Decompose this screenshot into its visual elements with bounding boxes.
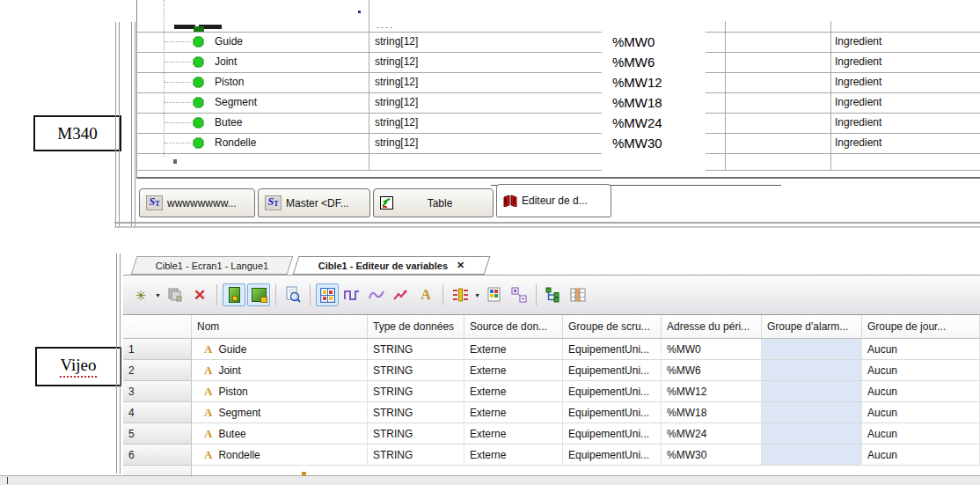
preview-button[interactable] — [282, 283, 304, 306]
property-grid-button[interactable] — [483, 283, 506, 306]
log-group-cell[interactable]: Aucun — [862, 381, 980, 402]
table-row[interactable]: 6 ARondelle STRING Externe EquipementUni… — [123, 445, 980, 466]
type-cell[interactable]: STRING — [368, 339, 464, 360]
table-view-button[interactable] — [567, 283, 589, 306]
sort-button[interactable] — [449, 283, 472, 306]
type-cell[interactable]: STRING — [368, 423, 464, 445]
delete-variable-button[interactable]: ✕ — [188, 283, 211, 306]
variable-name[interactable]: Butee — [215, 113, 242, 133]
filter-integer-button[interactable] — [365, 283, 388, 306]
alarm-group-cell[interactable] — [762, 402, 862, 423]
scan-group-cell[interactable]: EquipementUni... — [563, 445, 662, 466]
row-number-cell[interactable]: 4 — [123, 402, 192, 423]
variable-comment[interactable]: Ingredient — [835, 72, 881, 92]
variable-name[interactable]: Joint — [215, 52, 237, 72]
variable-name[interactable]: Guide — [215, 32, 243, 52]
variable-type[interactable]: string[12] — [375, 92, 418, 113]
tree-view-button[interactable] — [542, 283, 565, 306]
new-variable-dropdown[interactable]: ▾ — [153, 291, 163, 299]
header-scan-group[interactable]: Groupe de scru... — [563, 315, 662, 338]
address-cell[interactable]: %MW0 — [662, 339, 762, 360]
log-group-cell[interactable]: Aucun — [862, 445, 980, 466]
scope-toggle-internal[interactable] — [223, 283, 245, 306]
scan-group-cell[interactable]: EquipementUni... — [563, 339, 662, 360]
log-group-cell[interactable]: Aucun — [862, 423, 980, 445]
table-row[interactable]: Segment string[12] Ingredient — [137, 92, 980, 113]
variable-comment[interactable]: Ingredient — [835, 32, 881, 52]
variable-name[interactable]: Rondelle — [215, 133, 256, 153]
log-group-cell[interactable]: Aucun — [862, 360, 980, 381]
variable-type[interactable]: string[12] — [375, 113, 418, 133]
header-log-group[interactable]: Groupe de jour... — [862, 315, 980, 338]
filter-bool-button[interactable] — [340, 283, 363, 306]
duplicate-variable-button[interactable] — [164, 283, 186, 306]
source-cell[interactable]: Externe — [464, 339, 563, 360]
alarm-group-cell[interactable] — [762, 339, 862, 360]
tab-section[interactable]: ST wwwwwwww... — [139, 188, 255, 217]
sort-dropdown[interactable]: ▾ — [472, 291, 482, 299]
row-number-cell[interactable]: 2 — [123, 360, 192, 381]
name-cell[interactable]: ASegment — [192, 402, 368, 423]
address-cell[interactable]: %MW6 — [662, 360, 762, 381]
type-cell[interactable]: STRING — [368, 381, 464, 402]
source-cell[interactable]: Externe — [464, 360, 563, 381]
alarm-group-cell[interactable] — [762, 360, 862, 381]
table-row[interactable]: Rondelle string[12] Ingredient — [137, 133, 980, 153]
variable-comment[interactable]: Ingredient — [835, 113, 881, 133]
address-cell[interactable]: %MW12 — [662, 381, 762, 402]
address-cell[interactable]: %MW18 — [662, 402, 762, 423]
name-cell[interactable]: AJoint — [192, 360, 368, 381]
row-number-cell[interactable]: 6 — [123, 445, 192, 466]
scan-group-cell[interactable]: EquipementUni... — [563, 381, 662, 402]
tab-ecran1[interactable]: Cible1 - Ecran1 - Langue1 — [131, 256, 294, 275]
tab-data-editor[interactable]: Editeur de d... — [496, 184, 611, 217]
source-cell[interactable]: Externe — [464, 381, 563, 402]
filter-float-button[interactable] — [390, 283, 413, 306]
table-row[interactable]: 1 AGuide STRING Externe EquipementUni...… — [123, 339, 980, 360]
variable-groups-button[interactable] — [508, 283, 530, 306]
header-type[interactable]: Type de données — [368, 315, 464, 338]
tab-master[interactable]: ST Master <DF... — [258, 188, 370, 217]
header-address[interactable]: Adresse du péri... — [662, 315, 762, 338]
alarm-group-cell[interactable] — [762, 381, 862, 402]
table-row[interactable]: Guide string[12] Ingredient — [137, 32, 980, 52]
header-source[interactable]: Source de don... — [464, 315, 563, 338]
row-number-cell[interactable]: 5 — [123, 423, 192, 445]
table-row[interactable]: Butee string[12] Ingredient — [137, 113, 980, 133]
table-row[interactable]: 3 APiston STRING Externe EquipementUni..… — [123, 381, 980, 402]
log-group-cell[interactable]: Aucun — [862, 339, 980, 360]
name-cell[interactable]: ARondelle — [192, 445, 368, 466]
variable-type[interactable]: string[12] — [375, 32, 418, 52]
source-cell[interactable]: Externe — [464, 445, 563, 466]
filter-string-button[interactable]: A — [414, 283, 437, 306]
variable-comment[interactable]: Ingredient — [835, 92, 881, 113]
name-cell[interactable]: APiston — [192, 381, 368, 402]
source-cell[interactable]: Externe — [464, 423, 563, 445]
type-cell[interactable]: STRING — [368, 402, 464, 423]
table-row[interactable]: 2 AJoint STRING Externe EquipementUni...… — [123, 360, 980, 381]
close-icon[interactable]: ✕ — [457, 260, 464, 271]
variable-type[interactable]: string[12] — [375, 52, 418, 72]
address-cell[interactable]: %MW24 — [662, 423, 762, 445]
alarm-group-cell[interactable] — [762, 445, 862, 466]
type-cell[interactable]: STRING — [368, 445, 464, 466]
tab-animation-table[interactable]: Table — [373, 188, 494, 217]
table-row[interactable]: Piston string[12] Ingredient — [137, 72, 980, 92]
variable-name[interactable]: Segment — [215, 92, 257, 113]
alarm-group-cell[interactable] — [762, 423, 862, 445]
variable-type[interactable]: string[12] — [375, 133, 418, 153]
tab-editeur-variables[interactable]: Cible1 - Editeur de variables✕ — [293, 256, 491, 275]
variable-comment[interactable]: Ingredient — [835, 52, 881, 72]
scan-group-cell[interactable]: EquipementUni... — [563, 423, 662, 445]
variable-comment[interactable]: Ingredient — [835, 133, 881, 153]
address-cell[interactable]: %MW30 — [662, 445, 762, 466]
scan-group-cell[interactable]: EquipementUni... — [563, 402, 662, 423]
header-alarm-group[interactable]: Groupe d'alarm... — [762, 315, 862, 338]
table-row[interactable]: 4 ASegment STRING Externe EquipementUni.… — [123, 402, 980, 423]
variable-type[interactable]: string[12] — [375, 72, 418, 92]
row-number-cell[interactable]: 1 — [123, 339, 192, 360]
scope-toggle-external[interactable] — [247, 283, 270, 306]
table-row[interactable]: 5 AButee STRING Externe EquipementUni...… — [123, 423, 980, 445]
row-number-cell[interactable]: 3 — [123, 381, 192, 402]
variable-name[interactable]: Piston — [215, 72, 244, 92]
